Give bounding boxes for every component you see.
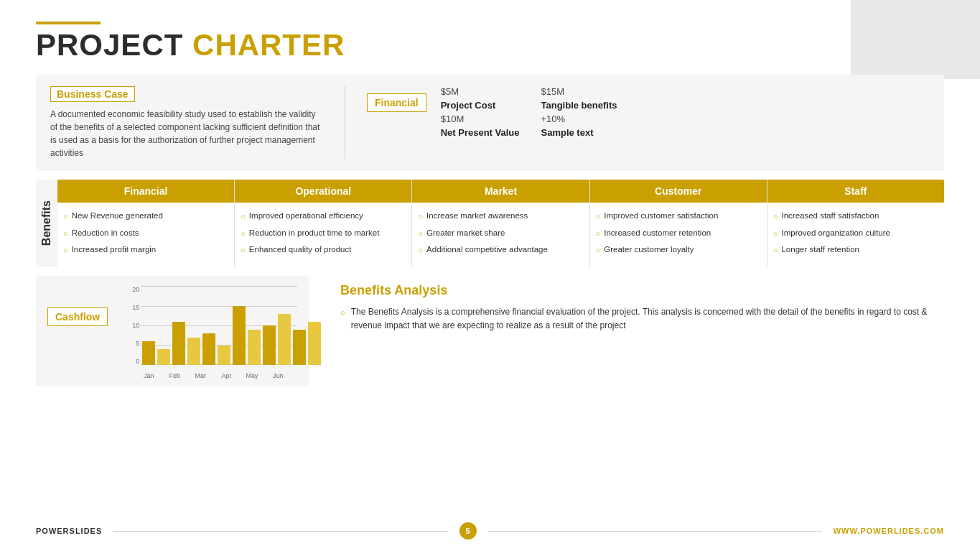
bullet-icon: ○: [596, 211, 601, 222]
business-case-panel: Business Case A documented economic feas…: [50, 86, 323, 159]
list-item: ○ Increased staff satisfaction: [773, 210, 938, 222]
bullet-icon: ○: [241, 211, 246, 222]
bars-area: [142, 286, 297, 365]
list-item: ○ Improved customer satisfaction: [596, 210, 761, 222]
footer-page-number: 5: [459, 522, 477, 540]
footer-brand-left: POWERSLIDES: [36, 527, 102, 535]
header: PROJECT CHARTER: [36, 22, 944, 62]
benefits-analysis-item: ○ The Benefits Analysis is a comprehensi…: [340, 305, 934, 332]
benefit-body-customer: ○ Improved customer satisfaction ○ Incre…: [590, 203, 767, 267]
benefits-columns: Financial ○ New Revenue generated ○ Redu…: [57, 180, 944, 267]
list-item: ○ Increase market awareness: [418, 210, 583, 222]
bar-apr-2: [248, 330, 261, 366]
bullet-icon: ○: [418, 228, 423, 239]
bar-may-1: [263, 325, 276, 365]
fin-label-1: Project Cost: [441, 100, 520, 111]
cashflow-label: Cashflow: [47, 307, 108, 326]
bar-group-apr: [233, 286, 246, 365]
y-label-10: 10: [132, 322, 139, 329]
x-label-apr: Apr: [220, 372, 233, 379]
bar-group-jun2: [308, 286, 321, 365]
benefit-col-market: Market ○ Increase market awareness ○ Gre…: [412, 180, 589, 267]
x-axis: Jan Feb Mar Apr May Jun: [142, 372, 297, 379]
financial-label: Financial: [367, 93, 426, 112]
financial-grid: $5M $15M Project Cost Tangible benefits …: [441, 86, 620, 138]
bar-jan-1: [142, 341, 155, 365]
benefit-header-financial: Financial: [57, 180, 234, 203]
x-label-mar: Mar: [194, 372, 207, 379]
list-item: ○ Reduction in costs: [63, 227, 228, 239]
x-label-feb: Feb: [168, 372, 181, 379]
bullet-icon: ○: [241, 245, 246, 256]
vertical-divider: [345, 86, 345, 159]
footer-line-left: [113, 531, 447, 532]
bullet-icon: ○: [418, 245, 423, 256]
benefit-body-staff: ○ Increased staff satisfaction ○ Improve…: [767, 203, 944, 267]
page: PROJECT CHARTER Business Case A document…: [0, 0, 980, 551]
x-label-may: May: [246, 372, 258, 379]
bar-mar-1: [202, 333, 215, 365]
benefit-text: Reduction in costs: [72, 227, 139, 239]
main-content: Business Case A documented economic feas…: [36, 75, 944, 386]
cashflow-panel: Cashflow 20 15 10 5 0: [36, 276, 309, 386]
bullet-icon: ○: [340, 307, 345, 319]
benefit-text: Reduction in product time to market: [249, 227, 380, 239]
x-label-apr2: [233, 372, 246, 379]
footer: POWERSLIDES 5 WWW.POWERLIDES.COM: [36, 522, 944, 540]
benefit-header-market: Market: [412, 180, 589, 203]
bullet-icon: ○: [773, 211, 778, 222]
benefits-analysis-panel: Benefits Analysis ○ The Benefits Analysi…: [330, 276, 944, 339]
bar-group-mar2: [218, 286, 230, 365]
benefits-label: Benefits: [36, 180, 57, 267]
bar-feb-2: [187, 338, 200, 366]
x-label-may2: [258, 372, 271, 379]
fin-value-3: $10M: [441, 114, 520, 124]
bullet-icon: ○: [418, 211, 423, 222]
x-label-jan2: [155, 372, 168, 379]
header-accent-line: [36, 22, 101, 24]
x-label-mar2: [207, 372, 220, 379]
benefit-body-market: ○ Increase market awareness ○ Greater ma…: [412, 203, 589, 267]
y-label-0: 0: [136, 358, 139, 365]
bar-feb-1: [172, 322, 185, 366]
benefit-text: Increase market awareness: [426, 210, 528, 221]
bullet-icon: ○: [596, 245, 601, 256]
bullet-icon: ○: [63, 211, 68, 222]
business-case-text: A documented economic feasibility study …: [50, 108, 323, 159]
benefit-header-staff: Staff: [767, 180, 944, 203]
bullet-icon: ○: [773, 228, 778, 239]
bar-jan-2: [157, 349, 170, 365]
benefit-body-financial: ○ New Revenue generated ○ Reduction in c…: [57, 203, 234, 267]
y-axis: 20 15 10 5 0: [119, 286, 139, 365]
list-item: ○ New Revenue generated: [63, 210, 228, 222]
chart-container: 20 15 10 5 0: [119, 286, 297, 379]
bullet-icon: ○: [241, 228, 246, 239]
bar-group-may: [263, 286, 276, 365]
list-item: ○ Improved organization culture: [773, 227, 938, 239]
benefit-text: Greater market share: [426, 227, 505, 239]
list-item: ○ Improved operational efficiency: [241, 210, 406, 222]
x-label-jan: Jan: [142, 372, 155, 379]
benefit-text: Increased staff satisfaction: [781, 210, 879, 221]
benefit-text: Increased customer retention: [604, 227, 711, 239]
y-label-5: 5: [136, 340, 139, 347]
bar-group-jun: [293, 286, 306, 365]
list-item: ○ Enhanced quality of product: [241, 244, 406, 256]
benefit-col-operational: Operational ○ Improved operational effic…: [235, 180, 412, 267]
bullet-icon: ○: [596, 228, 601, 239]
benefit-text: Greater customer loyalty: [604, 244, 694, 255]
bar-jun-2: [308, 322, 321, 366]
benefit-col-customer: Customer ○ Improved customer satisfactio…: [590, 180, 767, 267]
fin-value-2: $15M: [541, 86, 620, 97]
business-case-title: Business Case: [50, 86, 135, 102]
list-item: ○ Increased customer retention: [596, 227, 761, 239]
bar-jun-1: [293, 330, 306, 366]
title-charter: CHARTER: [192, 28, 345, 62]
bottom-section: Cashflow 20 15 10 5 0: [36, 276, 944, 386]
fin-value-1: $5M: [441, 86, 520, 97]
benefit-text: Improved customer satisfaction: [604, 210, 718, 221]
bar-apr-1: [233, 306, 246, 366]
bullet-icon: ○: [63, 245, 68, 256]
financial-section: Financial $5M $15M Project Cost Tangible…: [367, 86, 930, 138]
benefit-text: New Revenue generated: [72, 210, 163, 221]
